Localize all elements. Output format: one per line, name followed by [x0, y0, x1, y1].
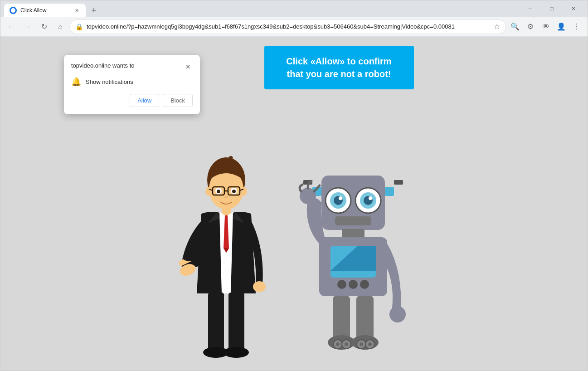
svg-point-16 [253, 281, 266, 292]
bookmark-icon[interactable]: ☆ [494, 22, 500, 31]
eye-button[interactable]: 👁 [539, 20, 553, 34]
window-close-button[interactable]: ✕ [563, 0, 584, 17]
block-button[interactable]: Block [163, 94, 193, 107]
svg-rect-17 [208, 293, 224, 351]
svg-point-53 [345, 342, 348, 346]
account-button[interactable]: 👤 [554, 20, 569, 34]
svg-point-52 [336, 342, 340, 346]
person-illustration [176, 148, 276, 361]
popup-title: topvideo.online wants to [71, 62, 134, 69]
svg-point-40 [349, 280, 358, 289]
browser-toolbar: ← → ↻ ⌂ 🔒 ☆ 🔍 ⚙ 👁 👤 ⋮ [0, 17, 588, 37]
notification-text: Show notifications [86, 78, 133, 85]
banner-line1: Click «Allow» to confirm [286, 56, 391, 66]
svg-point-33 [369, 196, 372, 200]
svg-point-42 [300, 188, 316, 204]
minimize-button[interactable]: – [520, 0, 540, 17]
bell-icon: 🔔 [71, 77, 81, 87]
popup-close-button[interactable]: ✕ [184, 62, 193, 71]
forward-button[interactable]: → [20, 20, 35, 34]
new-tab-button[interactable]: + [87, 4, 100, 17]
svg-rect-44 [333, 296, 350, 341]
svg-rect-25 [394, 180, 403, 185]
zoom-button[interactable]: 🔍 [508, 20, 522, 34]
svg-rect-18 [228, 293, 244, 351]
svg-point-41 [360, 280, 369, 289]
popup-header: topvideo.online wants to ✕ [71, 62, 193, 71]
tab-favicon [10, 7, 17, 14]
address-input[interactable] [87, 23, 490, 30]
page-content: topvideo.online wants to ✕ 🔔 Show notifi… [0, 37, 588, 371]
allow-button[interactable]: Allow [130, 94, 159, 107]
svg-point-54 [360, 342, 363, 346]
svg-point-55 [368, 342, 372, 346]
reload-button[interactable]: ↻ [37, 20, 51, 34]
active-tab[interactable]: Click Allow ✕ [4, 4, 86, 17]
svg-rect-45 [356, 296, 374, 341]
svg-point-3 [240, 187, 247, 196]
window-controls: – □ ✕ [520, 0, 584, 17]
svg-rect-34 [335, 216, 371, 225]
tab-bar: Click Allow ✕ + [4, 0, 520, 17]
home-button[interactable]: ⌂ [53, 20, 68, 34]
svg-point-32 [339, 196, 342, 200]
notification-popup: topvideo.online wants to ✕ 🔔 Show notifi… [64, 55, 200, 114]
svg-rect-23 [385, 187, 394, 196]
svg-rect-35 [342, 229, 364, 238]
tab-title: Click Allow [20, 7, 69, 14]
notification-row: 🔔 Show notifications [71, 77, 193, 87]
title-bar: Click Allow ✕ + – □ ✕ [0, 0, 588, 17]
svg-point-39 [337, 280, 346, 289]
svg-point-11 [217, 190, 220, 193]
banner-line2: that you are not a robot! [287, 69, 391, 79]
svg-point-2 [205, 187, 213, 196]
menu-button[interactable]: ⋮ [569, 20, 584, 34]
maximize-button[interactable]: □ [541, 0, 562, 17]
toolbar-actions: 🔍 ⚙ 👁 👤 ⋮ [508, 20, 584, 34]
robot-verification-banner: Click «Allow» to confirm that you are no… [264, 46, 414, 89]
robot-illustration [294, 171, 412, 361]
tab-close-button[interactable]: ✕ [73, 7, 80, 14]
address-bar-container[interactable]: 🔒 ☆ [69, 20, 506, 34]
lock-icon: 🔒 [75, 23, 83, 30]
svg-point-20 [224, 347, 249, 358]
illustration [176, 148, 412, 361]
svg-point-12 [232, 190, 236, 193]
shield-button[interactable]: ⚙ [523, 20, 538, 34]
popup-actions: Allow Block [71, 94, 193, 107]
svg-point-43 [389, 306, 406, 322]
back-button[interactable]: ← [4, 20, 19, 34]
